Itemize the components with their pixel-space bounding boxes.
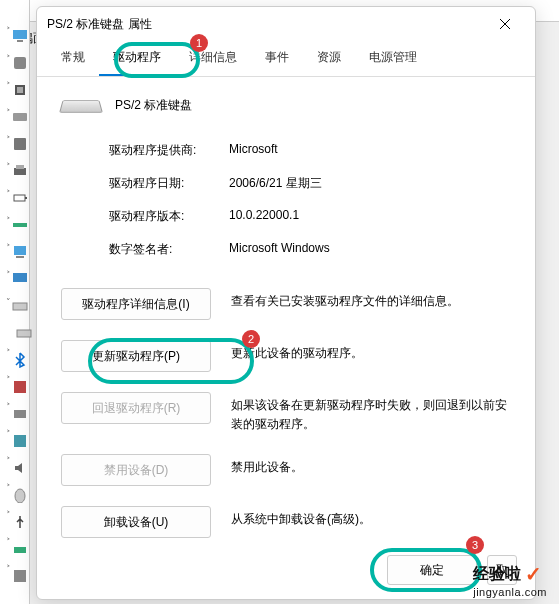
driver-details-desc: 查看有关已安装驱动程序文件的详细信息。 [231, 288, 511, 311]
dialog-title: PS/2 标准键盘 属性 [47, 16, 485, 33]
chevron-icon: ˃ [6, 348, 11, 358]
uninstall-device-button[interactable]: 卸载设备(U) [61, 506, 211, 538]
version-label: 驱动程序版本: [109, 208, 229, 225]
svg-rect-12 [14, 246, 26, 255]
svg-rect-0 [13, 30, 27, 39]
action-row-rollback: 回退驱动程序(R) 如果该设备在更新驱动程序时失败，则回退到以前安装的驱动程序。 [61, 392, 511, 434]
svg-rect-5 [13, 113, 27, 121]
chevron-icon: ˃ [6, 402, 11, 412]
chevron-icon: ˃ [6, 429, 11, 439]
software-icon [12, 433, 28, 449]
svg-rect-17 [14, 381, 26, 393]
tab-general[interactable]: 常规 [47, 41, 99, 76]
dialog-footer: 确定 取 [37, 541, 535, 599]
svg-rect-10 [25, 197, 27, 199]
svg-rect-4 [17, 87, 23, 93]
provider-value: Microsoft [229, 142, 278, 159]
keyboard-icon [59, 100, 103, 112]
svg-rect-22 [14, 570, 26, 582]
storage-icon [12, 136, 28, 152]
port-icon [12, 217, 28, 233]
chevron-icon: ˃ [6, 162, 11, 172]
chevron-icon: ˃ [6, 216, 11, 226]
chevron-icon: ˃ [6, 26, 11, 36]
chevron-icon: ˃ [6, 483, 11, 493]
driver-info-table: 驱动程序提供商: Microsoft 驱动程序日期: 2006/6/21 星期三… [109, 142, 511, 258]
chevron-icon: ˃ [6, 81, 11, 91]
mouse-icon [12, 487, 28, 503]
signer-label: 数字签名者: [109, 241, 229, 258]
chevron-icon: ˃ [6, 510, 11, 520]
info-row-version: 驱动程序版本: 10.0.22000.1 [109, 208, 511, 225]
svg-rect-9 [14, 195, 25, 201]
cpu-icon [12, 82, 28, 98]
hid-icon [12, 406, 28, 422]
chevron-icon: ˃ [6, 537, 11, 547]
close-icon [499, 18, 511, 30]
battery-icon [12, 190, 28, 206]
tab-resources[interactable]: 资源 [303, 41, 355, 76]
action-row-details: 驱动程序详细信息(I) 查看有关已安装驱动程序文件的详细信息。 [61, 288, 511, 320]
date-value: 2006/6/21 星期三 [229, 175, 322, 192]
ok-button[interactable]: 确定 [387, 555, 477, 585]
svg-rect-13 [16, 256, 24, 258]
tab-driver[interactable]: 驱动程序 [99, 41, 175, 76]
action-row-update: 更新驱动程序(P) 更新此设备的驱动程序。 [61, 340, 511, 372]
device-header: PS/2 标准键盘 [61, 97, 511, 114]
svg-rect-16 [17, 330, 31, 337]
background-icon-column: ˃ ˃ ˃ ˃ ˃ ˃ ˃ ˃ ˃ ˃ ˅ ˃ ˃ ˃ ˃ ˃ ˃ ˃ ˃ ˃ [0, 26, 30, 584]
properties-dialog: PS/2 标准键盘 属性 常规 驱动程序 详细信息 事件 资源 电源管理 PS/… [36, 6, 536, 600]
signer-value: Microsoft Windows [229, 241, 330, 258]
titlebar: PS/2 标准键盘 属性 [37, 7, 535, 41]
info-row-date: 驱动程序日期: 2006/6/21 星期三 [109, 175, 511, 192]
chevron-icon: ˃ [6, 108, 11, 118]
action-row-uninstall: 卸载设备(U) 从系统中卸载设备(高级)。 [61, 506, 511, 538]
svg-rect-19 [14, 435, 26, 447]
svg-rect-21 [14, 547, 26, 553]
info-row-provider: 驱动程序提供商: Microsoft [109, 142, 511, 159]
rollback-driver-desc: 如果该设备在更新驱动程序时失败，则回退到以前安装的驱动程序。 [231, 392, 511, 434]
disable-device-desc: 禁用此设备。 [231, 454, 511, 477]
close-button[interactable] [485, 9, 525, 39]
bluetooth-icon [12, 352, 28, 368]
update-driver-button[interactable]: 更新驱动程序(P) [61, 340, 211, 372]
usb-icon [12, 514, 28, 530]
chevron-icon: ˃ [6, 54, 11, 64]
svg-rect-6 [14, 138, 26, 150]
disable-device-button: 禁用设备(D) [61, 454, 211, 486]
system-icon [12, 568, 28, 584]
monitor-icon [12, 28, 28, 44]
tab-events[interactable]: 事件 [251, 41, 303, 76]
chevron-icon: ˃ [6, 270, 11, 280]
cancel-button-partial[interactable]: 取 [487, 555, 517, 585]
svg-rect-18 [14, 410, 26, 418]
tab-bar: 常规 驱动程序 详细信息 事件 资源 电源管理 [37, 41, 535, 77]
chevron-icon: ˃ [6, 375, 11, 385]
tab-power[interactable]: 电源管理 [355, 41, 431, 76]
info-row-signer: 数字签名者: Microsoft Windows [109, 241, 511, 258]
tab-details[interactable]: 详细信息 [175, 41, 251, 76]
dialog-content: PS/2 标准键盘 驱动程序提供商: Microsoft 驱动程序日期: 200… [37, 77, 535, 541]
svg-rect-7 [14, 168, 26, 175]
svg-rect-15 [13, 303, 27, 310]
audio-icon [12, 460, 28, 476]
chevron-down-icon: ˅ [6, 297, 11, 307]
keyboard-item-icon [16, 325, 32, 341]
monitor2-icon [12, 271, 28, 287]
svg-rect-14 [13, 273, 27, 282]
svg-rect-1 [17, 40, 23, 42]
driver-details-button[interactable]: 驱动程序详细信息(I) [61, 288, 211, 320]
svg-point-20 [15, 489, 25, 503]
uninstall-device-desc: 从系统中卸载设备(高级)。 [231, 506, 511, 529]
keyboard-category-icon [12, 298, 28, 314]
svg-rect-8 [16, 165, 24, 169]
action-row-disable: 禁用设备(D) 禁用此设备。 [61, 454, 511, 486]
network-icon [12, 541, 28, 557]
computer-icon [12, 244, 28, 260]
update-driver-desc: 更新此设备的驱动程序。 [231, 340, 511, 363]
printer-icon [12, 163, 28, 179]
svg-rect-11 [13, 223, 27, 227]
disk-icon [12, 109, 28, 125]
rollback-driver-button: 回退驱动程序(R) [61, 392, 211, 424]
chevron-icon: ˃ [6, 135, 11, 145]
